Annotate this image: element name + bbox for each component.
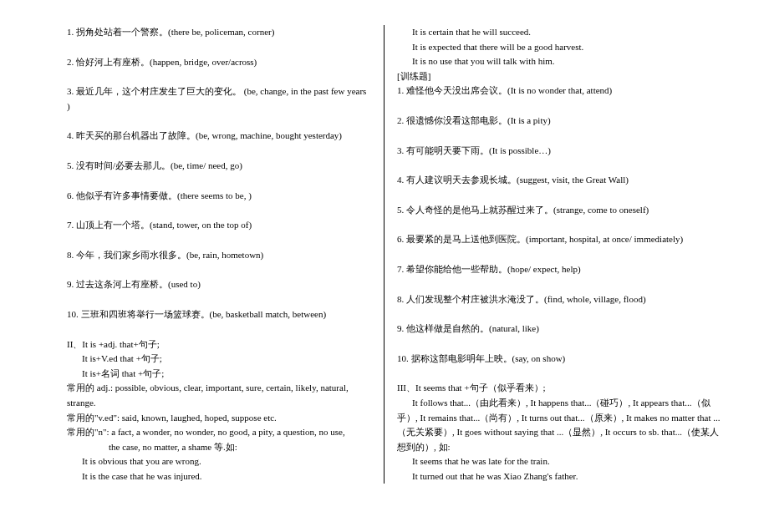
section-2-heading: II、It is +adj. that+句子; (67, 337, 371, 352)
exercise-item: 6. 最要紧的是马上送他到医院。(important, hospital, at… (397, 232, 727, 247)
exercise-item: 4. 有人建议明天去参观长城。(suggest, visit, the Grea… (397, 173, 727, 188)
exercise-item: 1. 拐角处站着一个警察。(there be, policeman, corne… (67, 25, 371, 40)
exercise-item: 5. 没有时间/必要去那儿。(be, time/ need, go) (67, 159, 371, 174)
exercise-item: 5. 令人奇怪的是他马上就苏醒过来了。(strange, come to one… (397, 203, 727, 218)
section-3-heading: III、It seems that +句子（似乎看来）; (397, 381, 727, 396)
training-label: [训练题] (397, 69, 727, 84)
section-2-example: It is obvious that you are wrong. (67, 454, 371, 469)
exercise-item: 2. 恰好河上有座桥。(happen, bridge, over/across) (67, 55, 371, 70)
exercise-item: 10. 据称这部电影明年上映。(say, on show) (397, 352, 727, 367)
section-3-example: It turned out that he was Xiao Zhang's f… (397, 469, 727, 484)
section-3-example: It seems that he was late for the train. (397, 454, 727, 469)
section-2-example: It is the case that he was injured. (67, 469, 371, 484)
section-2-example: It is expected that there will be a good… (397, 40, 727, 55)
exercise-item: 9. 他这样做是自然的。(natural, like) (397, 322, 727, 337)
exercise-item: 2. 很遗憾你没看这部电影。(It is a pity) (397, 114, 727, 129)
exercise-item: 1. 难怪他今天没出席会议。(It is no wonder that, att… (397, 84, 727, 99)
section-2-example: It is certain that he will succeed. (397, 25, 727, 40)
left-column: 1. 拐角处站着一个警察。(there be, policeman, corne… (17, 25, 384, 484)
section-2-n: 常用的"n": a fact, a wonder, no wonder, no … (67, 425, 371, 440)
exercise-item: 10. 三班和四班将举行一场篮球赛。(be, basketball match,… (67, 307, 371, 322)
section-2-example: It is no use that you will talk with him… (397, 54, 727, 69)
section-2-line: It is+名词 that +句子; (67, 367, 371, 382)
section-2-line: It is+V.ed that +句子; (67, 352, 371, 367)
section-2-ntail: the case, no matter, a shame 等.如: (67, 440, 371, 455)
exercise-item: 4. 昨天买的那台机器出了故障。(be, wrong, machine, bou… (67, 129, 371, 144)
exercise-item: 6. 他似乎有许多事情要做。(there seems to be, ) (67, 189, 371, 204)
two-column-layout: 1. 拐角处站着一个警察。(there be, policeman, corne… (17, 25, 752, 484)
exercise-item: 9. 过去这条河上有座桥。(used to) (67, 277, 371, 292)
right-column: It is certain that he will succeed. It i… (384, 25, 752, 484)
exercise-item: 3. 最近几年，这个村庄发生了巨大的变化。 (be, change, in th… (67, 84, 371, 114)
section-2-adj: 常用的 adj.: possible, obvious, clear, impo… (67, 381, 371, 410)
exercise-item: 8. 今年，我们家乡雨水很多。(be, rain, hometown) (67, 248, 371, 263)
exercise-item: 7. 山顶上有一个塔。(stand, tower, on the top of) (67, 218, 371, 233)
section-2-ved: 常用的"v.ed": said, known, laughed, hoped, … (67, 411, 371, 426)
exercise-item: 3. 有可能明天要下雨。(It is possible…) (397, 144, 727, 159)
exercise-item: 8. 人们发现整个村庄被洪水淹没了。(find, whole, village,… (397, 292, 727, 307)
exercise-item: 7. 希望你能给他一些帮助。(hope/ expect, help) (397, 262, 727, 277)
section-3-body: It follows that...（由此看来）, It happens tha… (397, 396, 727, 454)
